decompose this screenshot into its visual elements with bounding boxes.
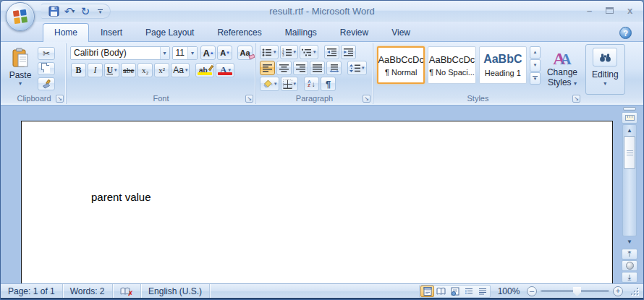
italic-button[interactable]: I (88, 63, 103, 77)
full-screen-reading-view-button[interactable] (434, 286, 448, 297)
cut-icon: ✂ (43, 48, 50, 59)
editing-button[interactable]: Editing ▾ (585, 44, 625, 95)
superscript-button[interactable]: x² (154, 63, 169, 77)
styles-scroll-up-button[interactable]: ▲ (530, 46, 541, 59)
print-layout-view-button[interactable] (420, 286, 434, 297)
previous-page-button[interactable]: ⤒ (622, 249, 637, 260)
scrollbar-track[interactable]: ▲ (622, 124, 637, 236)
chevron-down-icon[interactable]: ▾ (187, 47, 197, 59)
numbered-list-icon: 123 (282, 48, 292, 56)
styles-scroll-down-button[interactable]: ▼ (530, 59, 541, 72)
web-layout-view-button[interactable] (448, 286, 462, 297)
tab-page-layout[interactable]: Page Layout (134, 23, 206, 42)
tab-review[interactable]: Review (329, 23, 380, 42)
line-spacing-button[interactable]: ▾ (347, 61, 367, 75)
font-name-combobox[interactable]: Calibri (Body)▾ (70, 46, 170, 60)
change-styles-button[interactable]: AA Change Styles ▾ (543, 46, 581, 90)
draft-view-button[interactable] (475, 286, 489, 297)
minimize-button[interactable]: – (583, 5, 596, 16)
split-handle[interactable] (623, 107, 636, 111)
language-status[interactable]: English (U.S.) (141, 284, 210, 298)
styles-group-label: Styles (373, 94, 582, 103)
numbering-button[interactable]: 123 ▾ (280, 45, 299, 59)
shading-button[interactable]: ▾ (260, 77, 279, 91)
style-heading1[interactable]: AaBbC Heading 1 (479, 46, 527, 84)
font-size-combobox[interactable]: 11▾ (172, 46, 198, 60)
underline-dropdown-icon[interactable]: ▾ (114, 67, 117, 73)
word-count-status[interactable]: Words: 2 (63, 284, 113, 298)
tab-view[interactable]: View (380, 23, 422, 42)
help-button[interactable]: ? (619, 27, 632, 39)
tab-insert[interactable]: Insert (89, 23, 134, 42)
styles-scrollbar: ▲ ▼ ▼ (530, 46, 541, 85)
view-ruler-button[interactable] (622, 112, 637, 124)
zoom-slider-thumb[interactable] (573, 287, 581, 296)
zoom-slider-track[interactable] (541, 290, 609, 292)
resize-grip[interactable] (630, 287, 639, 296)
next-page-button[interactable]: ⤓ (622, 272, 637, 283)
paragraph-dialog-launcher[interactable]: ↘ (363, 95, 370, 103)
styles-more-button[interactable]: ▼ (530, 72, 541, 85)
underline-button[interactable]: U▾ (104, 63, 119, 77)
spellcheck-status[interactable]: ✗ (113, 284, 142, 298)
scroll-down-button[interactable]: ▼ (627, 237, 632, 247)
paste-button[interactable]: Paste ▾ (5, 45, 35, 94)
page-count-status[interactable]: Page: 1 of 1 (1, 284, 63, 298)
close-button[interactable]: x (624, 5, 636, 16)
chevron-down-icon: ▾ (574, 80, 577, 87)
clear-formatting-button[interactable]: Aa (237, 46, 253, 60)
strikethrough-button[interactable]: abe (121, 63, 136, 77)
increase-indent-button[interactable] (341, 45, 356, 59)
align-right-button[interactable] (293, 61, 308, 75)
styles-dialog-launcher[interactable]: ↘ (572, 95, 580, 103)
decrease-indent-button[interactable] (324, 45, 339, 59)
multilevel-list-button[interactable]: ▾ (300, 45, 318, 59)
cut-button[interactable]: ✂ (38, 47, 55, 60)
paste-label: Paste (9, 70, 32, 80)
zoom-out-button[interactable]: – (527, 286, 537, 296)
highlight-color-bar (198, 72, 212, 75)
binoculars-icon (599, 53, 611, 62)
maximize-button[interactable] (603, 5, 616, 16)
subscript-button[interactable]: x₂ (137, 63, 153, 77)
chevron-down-icon[interactable]: ▾ (160, 47, 169, 59)
clipboard-dialog-launcher[interactable]: ↘ (56, 95, 64, 103)
style-no-spacing[interactable]: AaBbCcDc ¶ No Spaci... (428, 46, 475, 84)
copy-button[interactable] (38, 62, 55, 75)
font-color-button[interactable]: A ▾ (216, 63, 234, 77)
grow-font-button[interactable]: A▴ (200, 46, 216, 60)
distributed-button[interactable] (326, 61, 342, 75)
borders-button[interactable]: ▾ (281, 77, 299, 91)
bold-button[interactable]: B (71, 63, 86, 77)
font-dialog-launcher[interactable]: ↘ (245, 95, 253, 103)
document-page[interactable]: parent value (21, 121, 613, 283)
bullets-button[interactable]: ▾ (260, 45, 279, 59)
bullet-list-icon (262, 48, 272, 56)
select-browse-object-button[interactable] (622, 260, 637, 271)
justify-button[interactable] (310, 61, 325, 75)
outline-view-button[interactable] (462, 286, 475, 297)
tab-home[interactable]: Home (43, 23, 89, 42)
increase-indent-icon (344, 48, 353, 56)
scrollbar-thumb[interactable] (624, 136, 635, 169)
sort-button[interactable]: AZ ↓ (304, 77, 319, 91)
show-hide-pilcrow-button[interactable]: ¶ (321, 77, 336, 91)
change-styles-line2: Styles ▾ (548, 77, 577, 89)
paste-dropdown-icon[interactable]: ▾ (19, 80, 22, 87)
zoom-in-button[interactable]: + (613, 286, 623, 296)
chevron-down-icon: ▾ (603, 80, 606, 87)
office-button[interactable] (6, 2, 35, 31)
align-left-button[interactable] (260, 61, 275, 75)
font-group: Calibri (Body)▾ 11▾ A▴ A▾ Aa B I U▾ abe … (66, 43, 255, 104)
shrink-font-button[interactable]: A▾ (217, 46, 232, 60)
zoom-level[interactable]: 100% (496, 286, 521, 296)
align-center-button[interactable] (276, 61, 292, 75)
tab-references[interactable]: References (206, 23, 273, 42)
format-painter-button[interactable] (38, 77, 55, 90)
change-case-button[interactable]: Aa▾ (171, 63, 190, 77)
document-text[interactable]: parent value (91, 191, 151, 203)
text-highlight-button[interactable]: ab ▾ (195, 63, 214, 77)
style-normal[interactable]: AaBbCcDc ¶ Normal (377, 46, 425, 84)
scroll-up-button[interactable]: ▲ (627, 126, 632, 135)
tab-mailings[interactable]: Mailings (274, 23, 329, 42)
